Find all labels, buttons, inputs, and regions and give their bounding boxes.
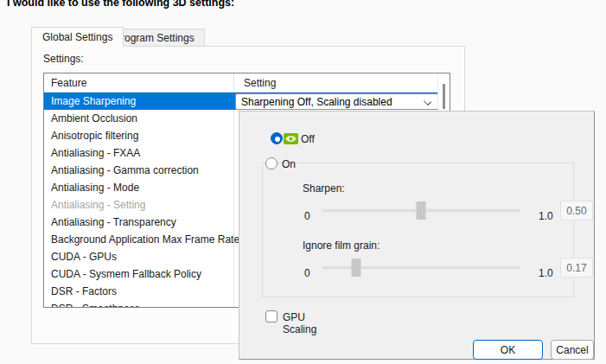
film-grain-max-label: 1.0 [539, 267, 553, 279]
tab-program-settings-label: Program Settings [114, 32, 195, 44]
nvidia-logo-icon [284, 133, 298, 147]
image-sharpening-setting-dropdown[interactable]: Sharpening Off, Scaling disabled [235, 93, 438, 110]
sharpen-min-label: 0 [304, 210, 318, 222]
column-header-setting[interactable]: Setting [244, 77, 276, 89]
gpu-scaling-label: GPU Scaling [283, 311, 316, 335]
sharpen-label: Sharpen: [303, 182, 345, 195]
image-sharpening-flyout: Off On Sharpen: 0 1.0 0.50 Ignore film g… [239, 111, 595, 360]
column-header-feature[interactable]: Feature [51, 77, 86, 89]
film-grain-slider[interactable] [322, 259, 520, 277]
sharpen-slider[interactable] [322, 201, 520, 220]
sharpen-slider-thumb[interactable] [417, 201, 426, 220]
on-groupbox: On Sharpen: 0 1.0 0.50 Ignore film grain… [262, 163, 574, 297]
tab-global-settings-label: Global Settings [42, 31, 112, 43]
film-grain-label: Ignore film grain: [303, 239, 380, 252]
film-grain-value-box: 0.17 [560, 258, 593, 278]
tab-global-settings[interactable]: Global Settings [31, 27, 124, 47]
sharpen-max-label: 1.0 [539, 210, 553, 222]
radio-on[interactable] [265, 157, 277, 169]
sharpen-value-box: 0.50 [560, 201, 593, 220]
settings-label: Settings: [43, 53, 84, 65]
radio-on-label: On [282, 158, 296, 170]
radio-off[interactable] [271, 132, 283, 144]
gpu-scaling-checkbox[interactable] [265, 310, 277, 322]
radio-off-label: Off [301, 133, 315, 145]
film-grain-min-label: 0 [304, 267, 318, 279]
dropdown-value: Sharpening Off, Scaling disabled [241, 96, 392, 108]
chevron-down-icon [424, 98, 431, 105]
film-grain-slider-thumb[interactable] [351, 259, 360, 277]
table-header: Feature Setting [44, 73, 450, 93]
scrollbar-thumb[interactable] [443, 84, 445, 109]
ok-button[interactable]: OK [473, 340, 543, 360]
page-title: I would like to use the following 3D set… [7, 0, 234, 9]
cancel-button[interactable]: Cancel [551, 340, 594, 360]
